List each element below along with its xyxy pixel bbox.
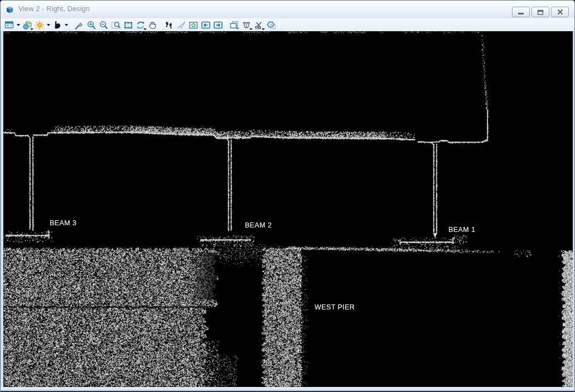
pan-view-button[interactable] — [147, 19, 159, 31]
zoom-in-icon — [86, 20, 96, 30]
copy-view-button[interactable] — [228, 19, 240, 31]
view-previous-icon — [201, 20, 211, 30]
fly-paper-plane-icon — [176, 20, 186, 30]
walk-button[interactable] — [163, 19, 175, 31]
close-button[interactable] — [551, 7, 569, 17]
clip-boundary-icon — [266, 20, 276, 30]
copy-view-icon — [229, 20, 239, 30]
chevron-down-icon — [47, 24, 50, 26]
update-view-button[interactable] — [73, 19, 85, 31]
title-bar[interactable]: View 2 - Right, Design — [1, 1, 574, 18]
navigate-view-button[interactable] — [187, 19, 200, 31]
display-style-button[interactable] — [21, 19, 33, 31]
view-attributes-dropdown[interactable] — [16, 19, 21, 31]
brightness-sun-icon — [35, 20, 45, 30]
adjust-brightness-button[interactable] — [33, 19, 46, 31]
navigate-view-icon — [189, 20, 199, 30]
zoom-out-icon — [99, 20, 109, 30]
render-dropdown[interactable] — [64, 19, 69, 31]
zoom-in-button[interactable] — [85, 19, 98, 31]
toolbar-separator — [226, 20, 226, 30]
fit-view-icon — [123, 20, 133, 30]
view-next-icon — [213, 20, 223, 30]
clip-boundary-button[interactable] — [265, 19, 277, 31]
toolbar-separator — [279, 20, 279, 30]
fly-button[interactable] — [175, 19, 187, 31]
zoom-out-button[interactable] — [98, 19, 110, 31]
window-area-icon — [111, 20, 121, 30]
rotate-view-button[interactable] — [134, 19, 147, 31]
view-next-button[interactable] — [212, 19, 224, 31]
restore-icon — [537, 9, 544, 16]
view-window: View 2 - Right, Design — [0, 0, 575, 392]
window-area-button[interactable] — [110, 19, 122, 31]
view-frame-bottom — [1, 387, 574, 391]
view-toolbar — [1, 18, 574, 31]
view-window-cube-icon — [5, 5, 15, 14]
restore-button[interactable] — [531, 7, 549, 17]
clip-mask-button[interactable] — [253, 19, 265, 31]
chevron-down-icon — [17, 24, 20, 26]
minimize-icon — [517, 9, 525, 15]
paintbrush-icon — [74, 20, 84, 30]
walk-footprints-icon — [164, 20, 174, 30]
toolbar-separator — [71, 20, 71, 30]
window-title: View 2 - Right, Design — [18, 5, 90, 13]
adjust-brightness-dropdown[interactable] — [46, 19, 51, 31]
point-cloud-canvas[interactable] — [3, 31, 573, 387]
fit-view-button[interactable] — [122, 19, 134, 31]
window-controls — [512, 7, 569, 17]
render-button[interactable] — [51, 19, 64, 31]
pan-hand-icon — [148, 20, 158, 30]
view-drawing-area: BEAM 3 BEAM 2 BEAM 1 WEST PIER — [3, 31, 573, 387]
close-icon — [557, 9, 564, 15]
view-attributes-button[interactable] — [3, 19, 16, 31]
toolbar-separator — [161, 20, 161, 30]
view-previous-button[interactable] — [200, 19, 212, 31]
render-b-icon — [52, 20, 62, 30]
clip-volume-button[interactable] — [240, 19, 253, 31]
minimize-button[interactable] — [512, 7, 530, 17]
chevron-down-icon — [65, 24, 68, 26]
view-attributes-icon — [4, 20, 15, 30]
